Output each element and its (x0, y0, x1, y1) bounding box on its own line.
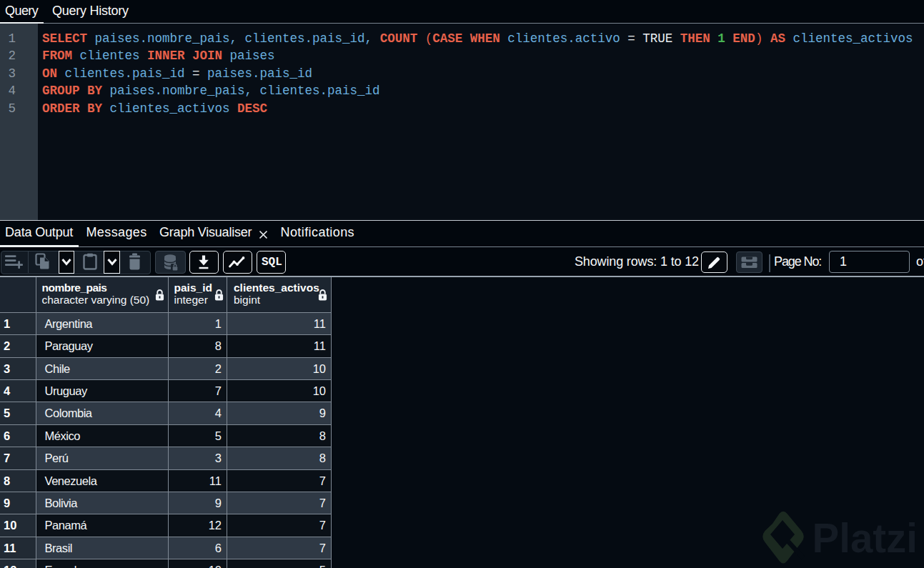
svg-text:Platzi: Platzi (813, 516, 918, 561)
